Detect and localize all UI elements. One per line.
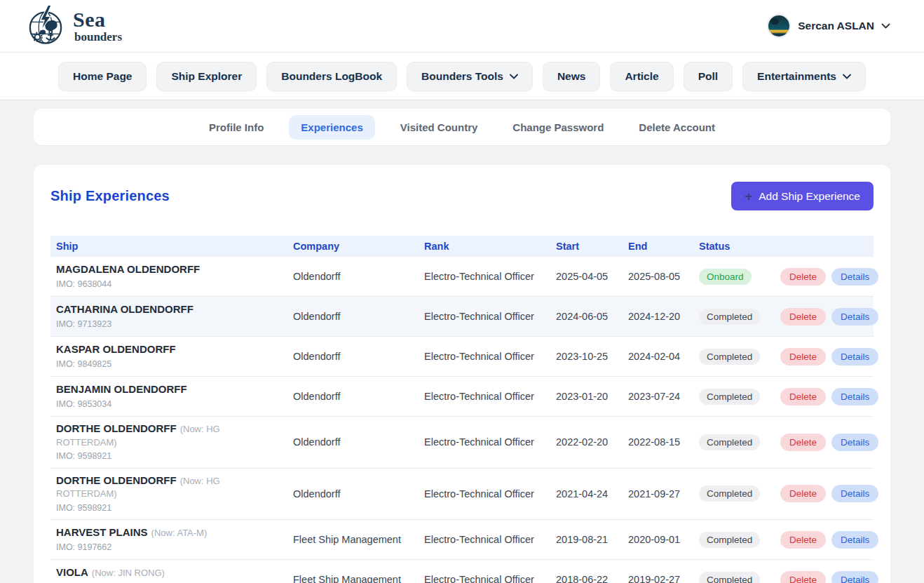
ship-imo: IMO: 9197662 xyxy=(56,542,282,554)
delete-button[interactable]: Delete xyxy=(780,388,826,406)
start-date-cell: 2025-04-05 xyxy=(550,265,623,288)
table-header: Ship Company Rank Start End Status xyxy=(50,236,874,257)
actions-cell: Delete Details xyxy=(775,262,884,291)
status-badge: Completed xyxy=(699,309,760,325)
chevron-down-icon xyxy=(843,74,851,79)
ship-cell: VIOLA(Now: JIN RONG) IMO: 9403061 xyxy=(50,561,287,583)
status-cell: Onboard xyxy=(693,263,775,290)
status-badge: Completed xyxy=(699,434,760,450)
delete-button[interactable]: Delete xyxy=(780,531,826,549)
end-date-cell: 2022-08-15 xyxy=(623,431,693,453)
end-date-cell: 2019-02-27 xyxy=(623,568,693,583)
delete-button[interactable]: Delete xyxy=(780,308,826,326)
delete-button[interactable]: Delete xyxy=(780,268,826,286)
table-row: HARVEST PLAINS(Now: ATA-M) IMO: 9197662 … xyxy=(50,520,874,560)
end-date-cell: 2023-07-24 xyxy=(623,385,693,408)
delete-button[interactable]: Delete xyxy=(780,485,826,502)
nav-label: Ship Explorer xyxy=(171,70,242,83)
table-row: MAGDALENA OLDENDORFF IMO: 9638044 Oldend… xyxy=(50,257,874,297)
chevron-down-icon xyxy=(881,23,890,29)
logo-subtitle: bounders xyxy=(74,31,122,43)
end-date-cell: 2025-08-05 xyxy=(623,265,693,288)
details-button[interactable]: Details xyxy=(831,485,878,502)
delete-button[interactable]: Delete xyxy=(780,348,826,366)
user-name: Sercan ASLAN xyxy=(798,20,874,32)
actions-cell: Delete Details xyxy=(775,342,884,371)
details-button[interactable]: Details xyxy=(831,571,878,583)
rank-cell: Electro-Technical Officer xyxy=(419,431,550,453)
ship-imo: IMO: 9853034 xyxy=(56,399,282,410)
col-ship: Ship xyxy=(50,236,287,257)
delete-button[interactable]: Delete xyxy=(780,571,826,583)
nav-item-home-page[interactable]: Home Page xyxy=(58,62,147,91)
logo-title: Sea xyxy=(73,9,122,30)
start-date-cell: 2023-01-20 xyxy=(550,385,623,408)
details-button[interactable]: Details xyxy=(831,434,878,451)
ship-imo: IMO: 9849825 xyxy=(56,359,282,370)
nav-item-entertainments[interactable]: Entertainments xyxy=(742,62,866,91)
nav-label: Poll xyxy=(698,70,718,83)
experiences-table: Ship Company Rank Start End Status MAGDA… xyxy=(50,236,874,583)
ship-name: DORTHE OLDENDORFF xyxy=(56,422,177,434)
ship-cell: KASPAR OLDENDORFF IMO: 9849825 xyxy=(50,337,287,375)
ship-cell: MAGDALENA OLDENDORFF IMO: 9638044 xyxy=(50,257,287,295)
nav-item-bounders-tools[interactable]: Bounders Tools xyxy=(407,62,533,91)
company-cell: Oldendorff xyxy=(287,385,419,408)
ship-name: KASPAR OLDENDORFF xyxy=(56,343,176,355)
tab-experiences[interactable]: Experiences xyxy=(289,115,374,140)
nav-item-ship-explorer[interactable]: Ship Explorer xyxy=(156,62,257,91)
nav-item-news[interactable]: News xyxy=(543,62,601,91)
ship-name: MAGDALENA OLDENDORFF xyxy=(56,263,200,275)
user-menu[interactable]: Sercan ASLAN xyxy=(767,14,890,38)
ship-imo: IMO: 9598921 xyxy=(56,451,282,462)
ship-current-name: (Now: ATA-M) xyxy=(151,528,208,538)
end-date-cell: 2024-02-04 xyxy=(623,345,693,368)
tab-delete-account[interactable]: Delete Account xyxy=(629,116,725,139)
main-nav: Home Page Ship Explorer Bounders LogBook… xyxy=(0,53,924,100)
tab-visited-country[interactable]: Visited Country xyxy=(390,116,488,139)
status-badge: Completed xyxy=(699,532,760,548)
rank-cell: Electro-Technical Officer xyxy=(419,265,550,288)
col-company: Company xyxy=(287,236,419,257)
add-button-label: Add Ship Experience xyxy=(759,190,860,203)
start-date-cell: 2019-08-21 xyxy=(550,528,623,551)
sea-bounders-emblem-icon xyxy=(24,3,67,49)
user-avatar xyxy=(767,14,791,38)
ship-current-name: (Now: JIN RONG) xyxy=(92,568,165,578)
ship-imo: IMO: 9638044 xyxy=(56,279,282,290)
start-date-cell: 2023-10-25 xyxy=(550,345,623,368)
status-badge: Onboard xyxy=(699,269,752,285)
tab-change-password[interactable]: Change Password xyxy=(503,116,613,139)
col-start: Start xyxy=(550,236,623,257)
details-button[interactable]: Details xyxy=(831,388,878,406)
table-row: CATHARINA OLDENDORFF IMO: 9713923 Oldend… xyxy=(50,297,874,337)
status-badge: Completed xyxy=(699,485,760,502)
status-cell: Completed xyxy=(693,429,775,456)
col-actions xyxy=(775,241,874,251)
add-ship-experience-button[interactable]: + Add Ship Experience xyxy=(731,182,874,210)
details-button[interactable]: Details xyxy=(831,268,878,286)
actions-cell: Delete Details xyxy=(775,479,884,508)
ship-imo: IMO: 9598921 xyxy=(56,503,282,514)
rank-cell: Electro-Technical Officer xyxy=(419,568,550,583)
company-cell: Fleet Ship Management xyxy=(287,568,419,583)
rank-cell: Electro-Technical Officer xyxy=(419,528,550,551)
actions-cell: Delete Details xyxy=(775,428,884,457)
nav-item-poll[interactable]: Poll xyxy=(684,62,733,91)
status-cell: Completed xyxy=(693,303,775,330)
ship-cell: DORTHE OLDENDORFF(Now: HG ROTTERDAM) IMO… xyxy=(50,469,287,520)
nav-item-article[interactable]: Article xyxy=(610,62,673,91)
tab-profile-info[interactable]: Profile Info xyxy=(199,116,273,139)
delete-button[interactable]: Delete xyxy=(780,434,826,451)
nav-item-bounders-logbook[interactable]: Bounders LogBook xyxy=(266,62,397,91)
details-button[interactable]: Details xyxy=(831,308,878,326)
details-button[interactable]: Details xyxy=(831,348,878,366)
col-end: End xyxy=(623,236,693,257)
top-header: Sea bounders Sercan ASLAN xyxy=(0,0,924,53)
rank-cell: Electro-Technical Officer xyxy=(419,385,550,408)
details-button[interactable]: Details xyxy=(831,531,878,549)
app-logo[interactable]: Sea bounders xyxy=(24,3,122,49)
status-cell: Completed xyxy=(693,480,775,507)
ship-cell: BENJAMIN OLDENDORFF IMO: 9853034 xyxy=(50,377,287,415)
start-date-cell: 2018-06-22 xyxy=(550,568,623,583)
